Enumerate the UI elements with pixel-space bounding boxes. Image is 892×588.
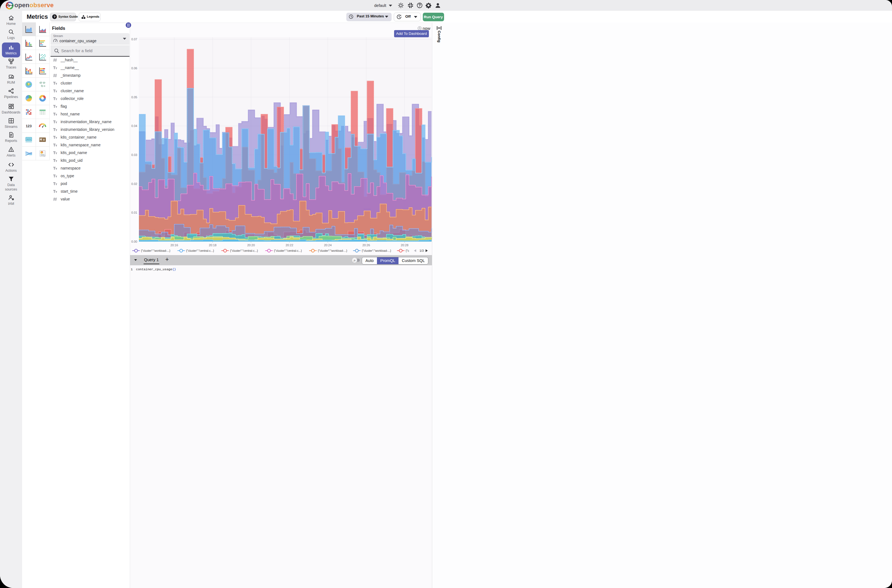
svg-text:{"cluster":"central-c...}: {"cluster":"central-c...} bbox=[274, 249, 302, 252]
svg-text:fx: fx bbox=[354, 259, 356, 262]
svg-text:{"cluster":"workload-...}: {"cluster":"workload-...} bbox=[362, 249, 391, 252]
svg-text:0.03: 0.03 bbox=[131, 153, 137, 156]
svg-text:20:22: 20:22 bbox=[285, 243, 293, 247]
svg-text:0.00: 0.00 bbox=[131, 240, 137, 243]
svg-text:20:20: 20:20 bbox=[247, 243, 255, 247]
svg-text:{"cluster":"workload-...}: {"cluster":"workload-...} bbox=[141, 249, 170, 252]
svg-text:{"cluster":"workload-...}: {"cluster":"workload-...} bbox=[318, 249, 347, 252]
svg-text:123: 123 bbox=[26, 124, 32, 128]
svg-text:{"cluster":"central-c...}: {"cluster":"central-c...} bbox=[230, 249, 258, 252]
svg-text:{"cluster":"central-c...}: {"cluster":"central-c...} bbox=[186, 249, 214, 252]
svg-text:0.02: 0.02 bbox=[131, 182, 137, 186]
svg-text:20:26: 20:26 bbox=[362, 243, 370, 247]
svg-text:0.05: 0.05 bbox=[131, 96, 137, 99]
svg-text:20:28: 20:28 bbox=[401, 243, 408, 247]
svg-text:20:16: 20:16 bbox=[170, 243, 178, 247]
svg-text:0.04: 0.04 bbox=[131, 124, 137, 128]
svg-text:</>: </> bbox=[27, 138, 31, 141]
svg-text:?: ? bbox=[53, 15, 55, 18]
svg-text:1/3: 1/3 bbox=[419, 249, 423, 252]
svg-text:0.06: 0.06 bbox=[131, 66, 137, 70]
svg-text:0.07: 0.07 bbox=[131, 38, 137, 41]
svg-text:0.01: 0.01 bbox=[131, 211, 137, 214]
svg-text:{"c: {"c bbox=[406, 249, 409, 252]
svg-text:20:18: 20:18 bbox=[209, 243, 216, 247]
svg-text:20:24: 20:24 bbox=[324, 243, 332, 247]
